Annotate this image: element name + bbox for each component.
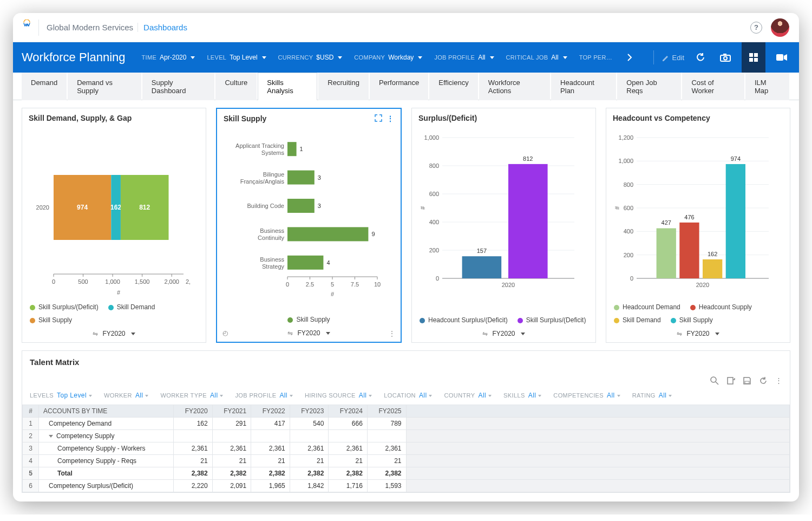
- svg-text:2,…: 2,…: [186, 278, 190, 285]
- card-foot[interactable]: FY2020: [492, 330, 515, 337]
- tab-demand-vs-supply[interactable]: Demand vs Supply: [68, 73, 141, 100]
- card-foot[interactable]: FY2020: [686, 330, 709, 337]
- grid-view-icon[interactable]: [742, 42, 765, 73]
- tm-filter-competencies[interactable]: COMPETENCIESAll: [553, 392, 620, 399]
- save-icon[interactable]: [743, 376, 751, 385]
- svg-text:812: 812: [139, 204, 150, 211]
- chevron-down-icon[interactable]: [715, 333, 719, 335]
- card-foot[interactable]: FY2020: [102, 330, 125, 337]
- svg-text:Français/Anglais: Français/Anglais: [240, 178, 285, 185]
- svg-rect-5: [749, 58, 753, 62]
- col-header[interactable]: FY2023: [290, 405, 329, 418]
- camera-icon[interactable]: [717, 49, 734, 66]
- tab-performance[interactable]: Performance: [370, 73, 428, 100]
- tm-filter-rating[interactable]: RATINGAll: [632, 392, 672, 399]
- col-header[interactable]: #: [23, 405, 39, 418]
- tab-ilm-map[interactable]: ILM Map: [745, 73, 789, 100]
- tm-filter-location[interactable]: LOCATIONAll: [384, 392, 432, 399]
- tm-filter-job-profile[interactable]: JOB PROFILEAll: [235, 392, 292, 399]
- col-header[interactable]: FY2025: [367, 405, 406, 418]
- tab-workforce-actions[interactable]: Workforce Actions: [479, 73, 550, 100]
- svg-text:200: 200: [624, 252, 633, 258]
- tab-efficiency[interactable]: Efficiency: [429, 73, 477, 100]
- talent-matrix-title: Talent Matrix: [22, 351, 790, 373]
- col-header[interactable]: FY2022: [251, 405, 290, 418]
- workday-logo-icon: [23, 19, 39, 36]
- filter-level[interactable]: LEVELTop Level: [207, 54, 266, 61]
- help-icon[interactable]: ?: [750, 22, 762, 34]
- filter-time[interactable]: TIMEApr-2020: [142, 54, 195, 61]
- tm-filter-hiring-source[interactable]: HIRING SOURCEAll: [305, 392, 372, 399]
- tm-filter-worker-type[interactable]: WORKER TYPEAll: [160, 392, 223, 399]
- collapse-icon[interactable]: [49, 435, 53, 438]
- card-skill-demand-supply-gap: Skill Demand, Supply, & Gap 05001,0001,5…: [22, 108, 206, 343]
- col-header[interactable]: ACCOUNTS BY TIME: [39, 405, 174, 418]
- table-row[interactable]: 3Competency Supply - Workers2,3612,3612,…: [23, 442, 790, 455]
- more-icon[interactable]: ⋮: [389, 330, 395, 337]
- table-row[interactable]: 5Total2,3822,3822,3822,3822,3822,382: [23, 467, 790, 480]
- col-header[interactable]: FY2024: [329, 405, 368, 418]
- svg-text:5: 5: [331, 281, 334, 288]
- tm-filter-skills[interactable]: SKILLSAll: [503, 392, 541, 399]
- tm-filter-worker[interactable]: WORKERAll: [104, 392, 148, 399]
- filter-company[interactable]: COMPANYWorkday: [354, 54, 422, 61]
- filter-critical-job[interactable]: CRITICAL JOBAll: [506, 54, 567, 61]
- tab-open-job-reqs[interactable]: Open Job Reqs: [617, 73, 681, 100]
- svg-rect-53: [287, 227, 368, 241]
- svg-text:Business: Business: [260, 256, 284, 263]
- tab-supply-dashboard[interactable]: Supply Dashboard: [142, 73, 215, 100]
- svg-rect-96: [679, 223, 699, 278]
- card-title: Surplus/(Deficit): [418, 114, 477, 122]
- table-row[interactable]: 1Competency Demand162291417540666789: [23, 418, 790, 430]
- chevron-down-icon[interactable]: [131, 333, 135, 335]
- table-row[interactable]: 4Competency Supply - Reqs212121212121: [23, 455, 790, 467]
- svg-rect-94: [657, 228, 676, 278]
- tab-culture[interactable]: Culture: [215, 73, 257, 100]
- svg-text:162: 162: [708, 251, 717, 257]
- svg-rect-2: [723, 54, 726, 56]
- chevron-down-icon: [418, 56, 422, 59]
- video-icon[interactable]: [773, 49, 790, 66]
- chevron-down-icon: [488, 395, 492, 397]
- divider: [653, 50, 654, 64]
- search-icon[interactable]: [710, 376, 719, 385]
- tab-recruiting[interactable]: Recruiting: [318, 73, 369, 100]
- tm-filter-levels[interactable]: LEVELSTop Level: [30, 392, 92, 399]
- refresh-icon[interactable]: [759, 376, 768, 385]
- chevron-down-icon[interactable]: [326, 332, 330, 335]
- svg-text:2.5: 2.5: [306, 281, 314, 288]
- svg-text:200: 200: [429, 247, 439, 253]
- svg-rect-46: [287, 171, 315, 185]
- chevron-down-icon[interactable]: [521, 333, 525, 335]
- more-icon[interactable]: ⋮: [775, 376, 782, 385]
- tab-cost-of-worker[interactable]: Cost of Worker: [682, 73, 744, 100]
- tm-filter-country[interactable]: COUNTRYAll: [444, 392, 492, 399]
- filter-currency[interactable]: CURRENCY$USD: [278, 54, 343, 61]
- tab-skills-analysis[interactable]: Skills Analysis: [258, 73, 317, 100]
- svg-text:974: 974: [77, 204, 88, 211]
- dashboards-link[interactable]: Dashboards: [137, 23, 187, 32]
- svg-text:#: #: [331, 291, 335, 297]
- refresh-icon[interactable]: [692, 49, 709, 66]
- svg-text:Continuity: Continuity: [258, 235, 284, 241]
- card-foot[interactable]: FY2020: [297, 329, 320, 337]
- col-header[interactable]: FY2021: [212, 405, 251, 418]
- card-title: Headcount vs Competency: [613, 114, 710, 122]
- tab-demand[interactable]: Demand: [22, 73, 67, 100]
- filter-job-profile[interactable]: JOB PROFILEAll: [434, 54, 494, 61]
- col-header[interactable]: FY2020: [174, 405, 213, 418]
- table-row[interactable]: 2Competency Supply: [23, 430, 790, 442]
- export-icon[interactable]: [726, 376, 735, 385]
- filter-top-per…[interactable]: TOP PER…: [579, 54, 612, 61]
- chevron-down-icon: [220, 395, 223, 397]
- tab-headcount-plan[interactable]: Headcount Plan: [551, 73, 616, 100]
- chevron-down-icon: [617, 395, 620, 397]
- edit-button[interactable]: Edit: [662, 54, 684, 62]
- card-skill-supply: Skill Supply ⋮ 02.557.510#Applicant Trac…: [216, 108, 402, 343]
- scroll-filters-right-icon[interactable]: [624, 52, 635, 63]
- svg-text:400: 400: [624, 228, 633, 235]
- expand-icon[interactable]: [375, 114, 382, 123]
- more-icon[interactable]: ⋮: [387, 114, 394, 123]
- table-row[interactable]: 6Competency Surplus/(Deficit)2,2202,0911…: [23, 480, 790, 492]
- user-avatar[interactable]: [771, 18, 789, 37]
